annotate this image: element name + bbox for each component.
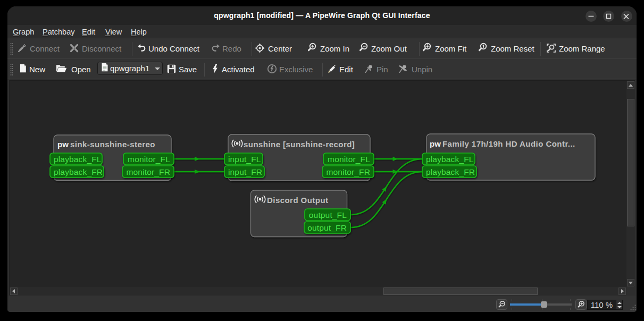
svg-text:monitor_FL: monitor_FL [128, 155, 170, 164]
svg-text:monitor_FR: monitor_FR [327, 167, 370, 176]
svg-text:monitor_FR: monitor_FR [127, 167, 170, 176]
svg-text:pw: pw [430, 139, 441, 148]
svg-text:input_FR: input_FR [228, 167, 262, 176]
svg-text:Family 17h/19h HD Audio Contr.: Family 17h/19h HD Audio Contr... [442, 139, 575, 148]
svg-text:sink-sunshine-stereo: sink-sunshine-stereo [70, 140, 155, 149]
svg-text:playback_FL: playback_FL [54, 155, 102, 164]
svg-text:playback_FR: playback_FR [54, 167, 103, 176]
svg-text:pw: pw [57, 140, 69, 149]
svg-text:output_FR: output_FR [307, 223, 347, 232]
svg-text:Discord Output: Discord Output [267, 196, 328, 205]
svg-text:output_FL: output_FL [309, 210, 347, 219]
svg-text:playback_FL: playback_FL [426, 155, 474, 164]
svg-text:sunshine [sunshine-record]: sunshine [sunshine-record] [244, 140, 355, 149]
svg-text:monitor_FL: monitor_FL [328, 155, 370, 164]
svg-text:input_FL: input_FL [228, 155, 261, 164]
svg-text:playback_FR: playback_FR [426, 167, 475, 176]
